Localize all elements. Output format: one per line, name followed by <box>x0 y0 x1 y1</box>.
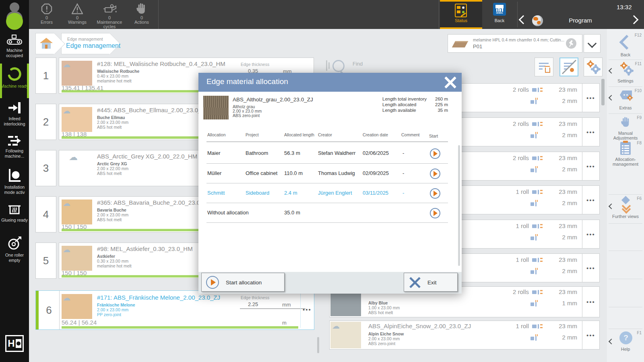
roll-more-button[interactable]: ••• <box>582 286 600 317</box>
roll-row[interactable]: ☁ ABS_AlpinEiche_Snow_2.00_23.0_ZJ Alpin… <box>329 321 582 350</box>
sidebar-item-machine-ready: Machine ready <box>0 66 29 89</box>
dialog-footer: Start allocation Exit <box>198 272 462 294</box>
start-allocation-button[interactable]: Start allocation <box>201 273 285 292</box>
breadcrumb[interactable]: Edge management Edge management <box>61 33 110 54</box>
tab-status[interactable]: Status <box>440 0 482 29</box>
gear-icon <box>592 66 599 72</box>
ready-arc-icon <box>6 66 23 82</box>
chevron-down-icon <box>588 39 597 48</box>
close-icon[interactable] <box>444 76 457 89</box>
errors-indicator[interactable]: 0 Errors <box>31 0 62 29</box>
home-icon <box>39 37 53 50</box>
progress-bar <box>62 326 298 329</box>
expand-icon <box>609 339 614 344</box>
roll-thickness-icon <box>530 168 541 173</box>
top-bar: 0 Errors 0 Warnings 0 Maintenance cycles <box>29 0 644 29</box>
warning-triangle-icon <box>72 3 83 14</box>
start-allocation-row-button[interactable] <box>430 148 440 159</box>
active-program-card[interactable]: melamine HPL 0.4 mm chamfer 0.4 mm; Cutt… <box>448 34 582 53</box>
roll-width-icon <box>532 190 543 195</box>
dialog-scrollbar[interactable] <box>458 145 460 266</box>
program-nav-label: Program <box>548 17 613 24</box>
row-more-button[interactable]: ••• <box>303 306 312 313</box>
roll-more-button[interactable]: ••• <box>582 185 600 214</box>
edge-thickness-input[interactable]: 2.25 <box>240 300 305 309</box>
home-button[interactable] <box>35 33 54 54</box>
row-divider <box>300 292 301 328</box>
actions-indicator[interactable]: 0 Actions <box>126 0 157 29</box>
homag-logo: H <box>5 335 24 352</box>
start-allocation-row-button[interactable] <box>430 208 440 218</box>
list-lines-icon <box>539 63 549 64</box>
roll-thickness-icon <box>530 270 541 275</box>
search-input[interactable] <box>352 60 426 67</box>
roll-more-button[interactable]: ••• <box>582 117 600 146</box>
roll-more-button[interactable]: ••• <box>582 321 600 350</box>
sidebar-item-infeed-interlocking: Infeed interlocking <box>0 101 29 127</box>
roll-width-icon <box>532 290 543 295</box>
cloud-icon: ☁ <box>63 200 70 207</box>
eye-icon <box>570 68 574 72</box>
topbar-divider <box>439 0 439 29</box>
exit-button[interactable]: Exit <box>404 273 458 292</box>
table-row-divider <box>206 183 448 183</box>
sidebar-item-following-machine: Following machine... <box>0 135 29 159</box>
chevron-right-icon <box>630 15 639 25</box>
roll-width-icon <box>532 156 543 161</box>
breadcrumb-current: Edge management <box>66 42 120 49</box>
roll-thickness-icon <box>530 336 541 341</box>
program-next-button[interactable] <box>631 16 637 25</box>
right-list-scrollbar[interactable] <box>601 79 605 105</box>
roll-more-button[interactable]: ••• <box>582 152 600 181</box>
filter-hide-allocated-button-active[interactable] <box>559 58 578 76</box>
fn-extras-button[interactable]: F10 Extras <box>607 88 644 113</box>
edge-row-selected[interactable]: 6 ☁ #171: ABS_Fränkische Melone_2.00_23.… <box>35 290 314 330</box>
fn-settings-button[interactable]: F11 Settings <box>607 61 644 86</box>
find-bar-decoration <box>326 60 327 71</box>
dialog-title: Edge material allocation <box>206 77 288 86</box>
roll-more-button[interactable]: ••• <box>582 253 600 282</box>
help-circle-icon: ? <box>619 331 632 344</box>
sidebar-item-installation-mode: Installation mode activ <box>0 168 29 195</box>
table-header-divider <box>206 142 448 142</box>
fn-help-button[interactable]: F1 ? Help <box>607 330 644 356</box>
hand-stop-icon <box>136 2 147 14</box>
find-bar-decoration <box>328 62 330 69</box>
homag-app-icon: HOMAG <box>493 3 506 16</box>
selected-marker <box>36 291 39 329</box>
function-key-sidebar: F12 Back F11 Settings F10 Extras F9 <box>607 29 644 362</box>
roll-thickness-icon <box>530 134 541 139</box>
conveyor-icon <box>6 34 23 46</box>
roll-thickness-icon <box>530 302 541 307</box>
table-row-divider <box>206 163 448 164</box>
fn-allocation-management-button[interactable]: F8 Allocation-management <box>607 140 644 168</box>
edge-row-number: 4 <box>35 196 56 232</box>
fn-back-button[interactable]: F12 Back <box>607 32 644 60</box>
program-prev-button[interactable] <box>520 16 526 25</box>
filter-delete-button[interactable] <box>535 58 553 76</box>
start-allocation-row-button[interactable] <box>430 169 440 179</box>
gears-icon <box>621 63 626 68</box>
left-list-scrollbar[interactable] <box>317 337 319 353</box>
program-dropdown-button[interactable] <box>584 34 601 53</box>
tab-back[interactable]: HOMAG Back <box>483 0 516 29</box>
fn-further-views-button[interactable]: F6 Further views <box>607 195 644 223</box>
start-allocation-row-button[interactable] <box>430 188 440 199</box>
maintenance-indicator[interactable]: 0 Maintenance cycles <box>93 0 126 29</box>
roll-width-icon <box>532 122 543 127</box>
filter-settings-button[interactable] <box>584 58 603 76</box>
chevron-left-icon <box>619 35 634 50</box>
sidebar-item-glueing-ready: Glueing ready <box>0 203 29 223</box>
dialog-header: Edge material allocation <box>198 73 462 92</box>
strikethrough-line <box>562 60 576 74</box>
clock: 13:32 <box>617 4 644 10</box>
roll-more-button[interactable]: ••• <box>582 220 600 249</box>
sidebar-item-machine-occupied: Machine occupied <box>0 34 29 58</box>
warnings-indicator[interactable]: 0 Warnings <box>62 0 93 29</box>
breadcrumb-parent: Edge management <box>67 37 103 41</box>
installation-icon <box>7 168 22 183</box>
fn-manual-adjustments-button[interactable]: F9 Manual Adjustments <box>607 115 644 143</box>
avatar[interactable] <box>10 2 19 12</box>
roll-more-button[interactable]: ••• <box>582 83 600 112</box>
roll-thickness-icon <box>530 202 541 207</box>
